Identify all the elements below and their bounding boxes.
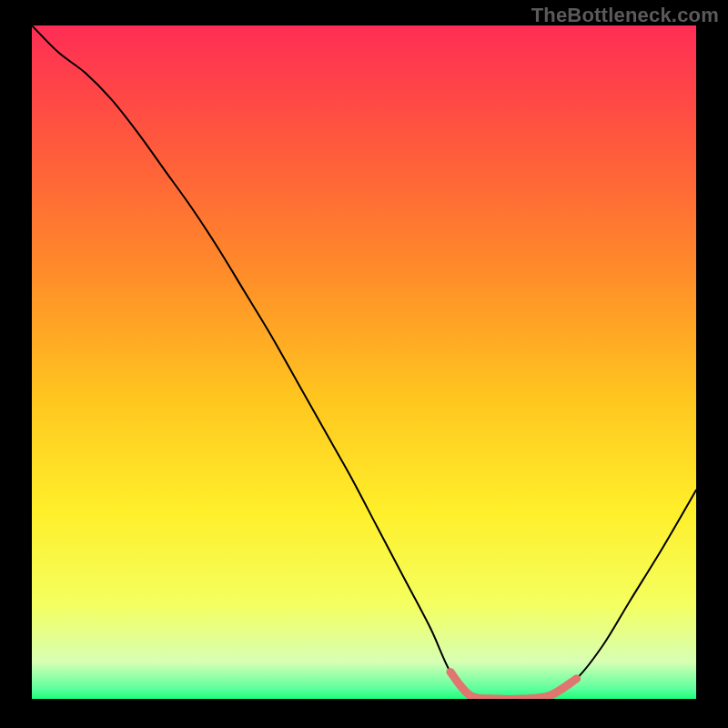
gradient-background bbox=[32, 25, 696, 699]
chart-container: TheBottleneck.com bbox=[0, 0, 728, 728]
watermark-text: TheBottleneck.com bbox=[531, 4, 719, 27]
chart-svg bbox=[32, 25, 696, 699]
plot-area bbox=[32, 25, 696, 699]
